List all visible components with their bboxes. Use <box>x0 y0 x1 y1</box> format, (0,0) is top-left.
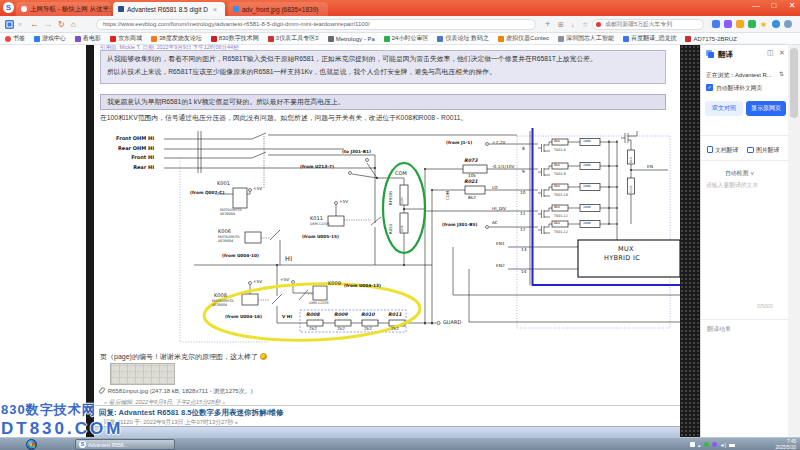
doc-translate-button[interactable]: 文档翻译 <box>707 146 738 155</box>
split-screen-icon[interactable]: ⊞ <box>558 19 564 30</box>
bookmark-item[interactable]: 京东商城 <box>110 34 142 43</box>
bookmark-item[interactable]: ≡仪表工具专区≡ <box>268 34 319 43</box>
tools-icon[interactable] <box>784 20 792 28</box>
bookmark-item[interactable]: 游戏中心 <box>34 34 66 43</box>
bookmark-star-icon[interactable]: ★ <box>760 19 767 30</box>
download-icon[interactable]: ↓ <box>571 19 575 30</box>
extension-icon[interactable] <box>748 20 756 28</box>
antivirus-tray-icon[interactable] <box>704 442 709 447</box>
bookmark-label: Metrology - Pa <box>336 36 375 42</box>
sch-label-r021_val: 8k2 <box>468 196 476 201</box>
bookmark-label: 38度发烧友论坛 <box>159 34 202 43</box>
sch-label-pin10: 10 <box>520 191 525 196</box>
sch-label-rf9305: RF9305 <box>389 191 393 206</box>
url-bar[interactable]: https://www.eevblog.com/forum/metrology/… <box>96 19 536 30</box>
panel-divider <box>701 135 789 136</box>
expand-panel-icon[interactable]: ◫ <box>767 49 774 57</box>
bookmark-item[interactable]: 深圳国芯人工智能 <box>558 34 614 43</box>
minimize-button[interactable]: — <box>748 1 764 10</box>
image-icon <box>233 6 239 12</box>
system-tray: ▴ ◄) <box>690 438 735 450</box>
chevron-more-icon[interactable]: » <box>18 19 22 30</box>
translate-extension-icon[interactable] <box>712 20 720 28</box>
bookmark-item[interactable]: AD7175-2BRUZ <box>685 36 736 42</box>
sch-label-v01: -0.1/1/10V <box>492 165 514 170</box>
bookmark-item[interactable]: 书签 <box>5 34 25 43</box>
sch-label-r073_val: 10k <box>468 174 476 179</box>
extension-icon[interactable] <box>736 20 744 28</box>
tab-nav-home[interactable]: 上网导航 - 极快上网 从这里开始 <box>16 2 111 16</box>
tab-image[interactable]: adv_front.jpg (6835×1839) <box>228 2 328 16</box>
close-button[interactable]: ✕ <box>784 1 800 10</box>
taskbar-clock[interactable]: 7:45 2025/5/20 <box>764 439 796 450</box>
start-button[interactable] <box>26 439 37 450</box>
attachment-thumbnail[interactable] <box>110 363 175 385</box>
bookmark-item[interactable]: 仪表论坛 数码之 <box>437 34 489 43</box>
add-icon[interactable]: + <box>545 19 550 30</box>
auto-translate-checkbox[interactable]: ✓ <box>706 84 713 91</box>
favicon-icon <box>498 36 504 42</box>
scrollbar-thumb[interactable] <box>790 48 798 118</box>
bookmark-item[interactable]: Metrology - Pa <box>328 36 375 42</box>
sch-label-t10: T001.10 <box>554 194 581 198</box>
volume-icon[interactable]: ◄) <box>720 442 727 448</box>
attachment-filename: R6581input.jpg (247.18 kB, 1828x711 - 浏览… <box>108 388 253 394</box>
sch-label-from_j301_b5: (from J301-B5) <box>442 223 477 228</box>
forward-icon[interactable]: → <box>44 19 53 30</box>
sch-label-t9: T001.9 <box>554 173 581 177</box>
hidden-icons-chevron[interactable]: ▴ <box>698 442 701 448</box>
network-icon[interactable] <box>729 442 735 447</box>
back-icon[interactable]: ← <box>30 19 39 30</box>
bookmark-item[interactable]: 看电影 <box>75 34 101 43</box>
profile-icon[interactable] <box>772 20 780 28</box>
page-icon <box>118 6 124 12</box>
sch-label-front_hi: Front HI <box>131 155 154 161</box>
sch-label-guard: GUARD <box>443 320 461 326</box>
sch-label-pin14: 14 <box>521 270 526 275</box>
sch-label-from_u004_10: (from U004-10) <box>222 254 259 259</box>
sort-icon[interactable]: ⇅ <box>779 70 784 77</box>
panel-divider <box>701 319 789 320</box>
menu-grid-icon[interactable] <box>5 20 14 29</box>
show-original-button[interactable]: 显示原网页 <box>746 101 786 116</box>
bookmark-label: 京东商城 <box>118 34 142 43</box>
sch-label-from_j1_1: (from J1-1) <box>446 141 472 146</box>
bookmark-item[interactable]: 百度翻译_恐龙抗 <box>623 34 676 43</box>
translate-logo-icon <box>706 50 714 58</box>
bookmark-item[interactable]: 38度发烧友论坛 <box>151 34 202 43</box>
image-translate-button[interactable]: 图片翻译 <box>747 146 779 155</box>
close-tab-icon[interactable]: × <box>213 6 217 13</box>
picture-icon <box>747 147 754 153</box>
translate-input-placeholder[interactable]: 请输入要翻译的文本 <box>706 181 784 309</box>
bookmark-item[interactable]: 830数字技术网 <box>211 34 259 43</box>
refresh-icon[interactable]: ↻ <box>58 19 65 30</box>
sch-label-r8k4: 8k4 <box>554 164 560 168</box>
bookmark-item[interactable]: 24小时公审区 <box>384 34 429 43</box>
sch-label-k006: K006 <box>218 229 231 235</box>
bookmark-label: 24小时公审区 <box>392 34 429 43</box>
favorite-star-icon[interactable]: ☆ <box>582 19 588 30</box>
search-input[interactable]: 成都到新疆5万起火车专列 <box>592 19 704 30</box>
bilingual-compare-button[interactable]: 双文对照 <box>705 101 743 116</box>
bookmark-item[interactable]: 虚拟仪器Contec <box>498 34 549 43</box>
extension-icon[interactable] <box>724 20 732 28</box>
compass-icon <box>21 6 27 12</box>
maximize-button[interactable]: □ <box>766 1 782 10</box>
app-tray-icon[interactable] <box>712 442 717 447</box>
sch-label-from_u213_7: (from U213-7) <box>300 165 334 170</box>
close-panel-icon[interactable]: ✕ <box>779 49 785 57</box>
schematic-image[interactable]: Front OHM HIRear OHM HIFront HIRear HI(f… <box>94 128 680 350</box>
taskbar-app-browser[interactable]: S Advantest R658... <box>75 439 175 450</box>
browser-logo[interactable]: S <box>3 2 14 13</box>
home-icon[interactable]: ⌂ <box>71 19 76 30</box>
favicon-icon <box>384 36 390 42</box>
panel-divider <box>701 160 789 161</box>
sch-label-p5v: +5V <box>253 280 262 285</box>
attachment-link[interactable]: R6581input.jpg (247.18 kB, 1828x711 - 浏览… <box>100 387 253 396</box>
language-detect-dropdown[interactable]: 自动检测 ∨ <box>725 169 755 178</box>
favicon-icon <box>328 36 334 42</box>
reply-title[interactable]: 回复: Advantest R6581 8.5位数字多用表迷你拆解/维修 <box>99 408 284 418</box>
language-indicator-icon[interactable] <box>690 442 695 447</box>
panel-title: 翻译 <box>718 50 733 60</box>
tab-forum-active[interactable]: Advantest R6581 8.5 digit D × <box>113 2 225 16</box>
